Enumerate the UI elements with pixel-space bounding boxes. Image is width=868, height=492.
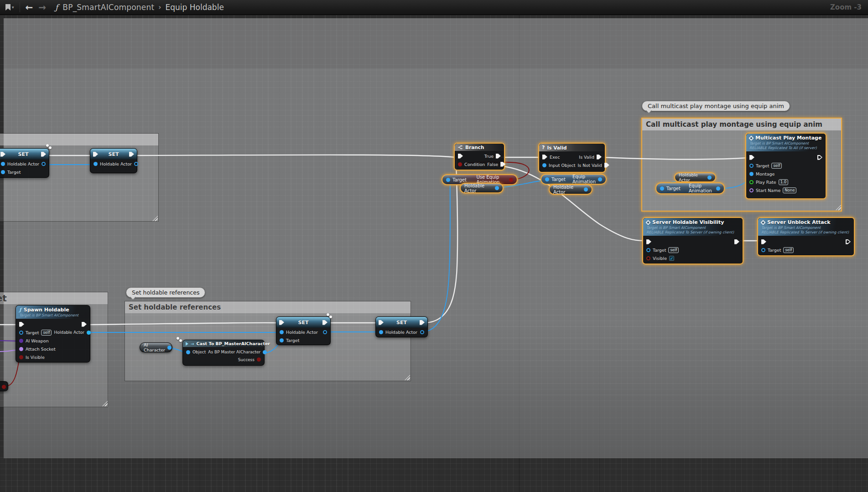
exec-out-pin[interactable] <box>420 320 425 325</box>
exec-in-pin[interactable] <box>93 152 98 157</box>
pill-ai-character[interactable]: AI Character <box>140 342 172 352</box>
holdable-actor-in-pin[interactable] <box>379 330 383 334</box>
node-cut-off[interactable] <box>0 381 8 391</box>
pin-label: Equip Animation <box>572 174 596 184</box>
target-default-value[interactable]: self <box>783 247 794 253</box>
nav-forward-button[interactable]: → <box>36 1 49 14</box>
play-rate-value[interactable]: 1.0 <box>779 179 789 185</box>
object-out-pin[interactable] <box>584 187 588 192</box>
exec-in-pin[interactable] <box>761 239 766 244</box>
target-pin[interactable] <box>646 248 650 252</box>
start-name-pin[interactable] <box>749 188 754 192</box>
visible-checkbox[interactable]: ✓ <box>669 256 674 261</box>
play-rate-pin[interactable] <box>749 180 754 184</box>
exec-out-pin[interactable] <box>41 152 46 157</box>
exec-in-pin[interactable] <box>458 154 463 159</box>
object-out-pin[interactable] <box>495 186 499 190</box>
node-branch[interactable]: Branch True Condition False <box>454 143 505 171</box>
node-is-valid[interactable]: ? Is Valid Exec Is Valid Input Object Is… <box>538 143 606 173</box>
target-default-value[interactable]: self <box>668 247 679 253</box>
exec-out-pin[interactable] <box>846 239 851 244</box>
attach-socket-pin[interactable] <box>19 347 23 351</box>
holdable-actor-out-pin[interactable] <box>420 330 424 334</box>
false-exec-out-pin[interactable] <box>500 162 505 167</box>
object-in-pin[interactable] <box>186 350 190 354</box>
start-name-value[interactable]: None <box>783 187 796 193</box>
is-valid-exec-out-pin[interactable] <box>597 155 602 160</box>
node-set-holdable-actor[interactable]: SET Holdable Actor Target <box>276 316 331 345</box>
node-multicast-play-montage[interactable]: Multicast Play Montage Target is BP Smar… <box>745 133 826 199</box>
target-default-value[interactable]: self <box>771 163 782 169</box>
exec-out-pin[interactable] <box>82 322 87 327</box>
exec-out-pin[interactable] <box>734 239 739 244</box>
target-in-pin[interactable] <box>280 338 284 342</box>
object-out-pin[interactable] <box>167 346 172 350</box>
exec-in-pin[interactable] <box>19 322 24 327</box>
success-out-pin[interactable] <box>257 357 261 362</box>
target-in-pin[interactable] <box>545 177 549 181</box>
graph-canvas[interactable]: ket Set holdable references Call multica… <box>0 15 868 492</box>
node-spawn-holdable[interactable]: ƒ Spawn Holdable Target is BP Smart AICo… <box>16 305 90 363</box>
target-pin[interactable] <box>19 331 23 335</box>
breadcrumb-blueprint[interactable]: BP_SmartAIComponent <box>62 3 154 12</box>
pill-equip-animation[interactable]: Target Equip Animation <box>655 182 725 194</box>
top-shade <box>4 18 868 68</box>
object-out-pin[interactable] <box>598 177 602 181</box>
as-character-out-pin[interactable] <box>263 350 267 354</box>
breadcrumb-function[interactable]: Equip Holdable <box>166 3 224 12</box>
exec-in-pin[interactable] <box>279 320 284 325</box>
event-diamond-icon <box>645 220 650 225</box>
condition-pin[interactable] <box>458 162 462 166</box>
exec-in-pin[interactable] <box>749 155 754 160</box>
holdable-actor-out-pin[interactable] <box>134 162 138 166</box>
object-out-pin[interactable] <box>707 176 712 180</box>
bool-out-pin[interactable] <box>2 385 6 389</box>
object-out-pin[interactable] <box>716 186 720 191</box>
node-server-holdable-visibility[interactable]: Server Holdable Visibility Target is BP … <box>642 217 743 264</box>
back-arrow-icon: ← <box>26 3 33 12</box>
pin-label: Is Not Valid <box>578 163 602 168</box>
pill-equip-animation[interactable]: Target Equip Animation <box>541 174 607 185</box>
true-exec-out-pin[interactable] <box>496 154 501 159</box>
exec-in-pin[interactable] <box>542 155 547 160</box>
holdable-actor-out-pin[interactable] <box>87 331 91 335</box>
node-cast-to-bp-masteraicharacter[interactable]: → Cast To BP_MasterAICharacter Object As… <box>182 340 265 366</box>
exec-in-pin[interactable] <box>646 239 651 244</box>
node-set-holdable-actor[interactable]: SET Holdable Actor <box>375 316 428 337</box>
pin-label: As BP Master AICharacter <box>208 350 260 354</box>
pin-label: Visible <box>653 256 667 261</box>
exec-out-pin[interactable] <box>322 320 327 325</box>
holdable-actor-out-pin[interactable] <box>42 162 46 166</box>
node-set-holdable-actor[interactable]: SET Holdable Actor Target <box>0 148 49 178</box>
is-not-valid-exec-out-pin[interactable] <box>604 163 609 168</box>
exec-in-pin[interactable] <box>379 320 384 325</box>
bookmark-button[interactable]: ▾ <box>3 1 17 14</box>
holdable-actor-in-pin[interactable] <box>94 162 98 166</box>
holdable-actor-out-pin[interactable] <box>323 330 327 334</box>
target-in-pin[interactable] <box>1 170 5 174</box>
visible-pin[interactable] <box>646 256 650 260</box>
node-subtitle: Target is BP Smart AIComponent <box>749 141 822 145</box>
pill-holdable-actor[interactable]: Holdable Actor <box>460 183 504 193</box>
montage-pin[interactable] <box>749 172 754 176</box>
node-set-holdable-actor[interactable]: SET Holdable Actor <box>90 148 137 173</box>
target-in-pin[interactable] <box>446 178 450 182</box>
holdable-actor-in-pin[interactable] <box>280 330 284 334</box>
input-object-pin[interactable] <box>542 163 546 167</box>
exec-out-pin[interactable] <box>817 155 822 160</box>
bool-out-pin[interactable] <box>509 178 513 182</box>
nav-back-button[interactable]: ← <box>23 1 36 14</box>
target-pin[interactable] <box>761 248 765 252</box>
exec-in-pin[interactable] <box>0 152 5 157</box>
ai-weapon-pin[interactable] <box>19 339 23 343</box>
is-visible-pin[interactable] <box>19 355 23 359</box>
pill-holdable-actor[interactable]: Holdable Actor <box>549 184 593 195</box>
holdable-actor-in-pin[interactable] <box>1 162 5 166</box>
target-pin[interactable] <box>749 164 754 168</box>
node-server-unblock-attack[interactable]: Server Unblock Attack Target is BP Smart… <box>757 217 855 256</box>
exec-out-pin[interactable] <box>129 152 134 157</box>
target-default-value[interactable]: self <box>41 330 52 336</box>
function-icon: ƒ <box>19 307 21 313</box>
pill-holdable-actor[interactable]: Holdable Actor <box>674 172 716 182</box>
target-in-pin[interactable] <box>660 186 664 191</box>
